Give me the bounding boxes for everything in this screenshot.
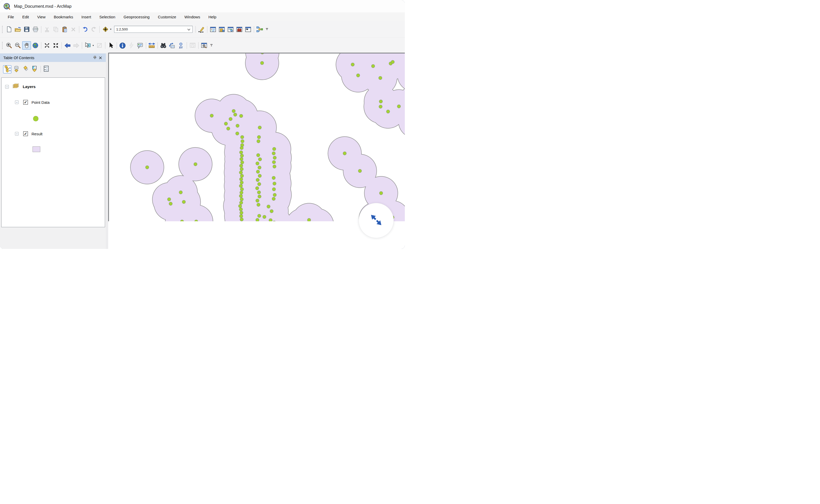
- collapse-icon[interactable]: −: [15, 100, 19, 104]
- paste-button[interactable]: [60, 25, 69, 34]
- full-extent-button[interactable]: [31, 41, 40, 50]
- toolbar-grip[interactable]: [2, 26, 3, 33]
- cursor-black-icon: [108, 42, 114, 49]
- panel-splitter[interactable]: [106, 53, 108, 249]
- menu-item-selection[interactable]: Selection: [95, 13, 120, 20]
- toc-symbol-point[interactable]: [33, 116, 38, 121]
- table-of-contents-window-button[interactable]: [209, 25, 217, 34]
- collapse-icon[interactable]: −: [15, 132, 19, 136]
- layer-visibility-checkbox[interactable]: ✓: [23, 131, 28, 136]
- toolbar-overflow-button[interactable]: ▼: [265, 26, 269, 33]
- find-route-button[interactable]: [168, 41, 177, 50]
- doc-new-icon: [6, 26, 12, 33]
- polygon-symbol-swatch[interactable]: [33, 146, 40, 152]
- toc-options-icon: [43, 65, 50, 73]
- add-data-diamond-icon: [102, 26, 109, 33]
- layer-visibility-checkbox[interactable]: ✓: [23, 100, 28, 105]
- toolbar-overflow-button[interactable]: ▼: [210, 42, 213, 49]
- close-icon[interactable]: [98, 55, 103, 61]
- save-document-button[interactable]: [22, 25, 31, 34]
- toc-root-row[interactable]: − Layers: [5, 83, 36, 91]
- map-view[interactable]: [109, 53, 405, 221]
- select-features-dropdown-caret[interactable]: ▼: [92, 44, 94, 47]
- zoom-in-button[interactable]: [5, 41, 13, 50]
- fixed-zoom-out-button[interactable]: [51, 41, 60, 50]
- menu-item-windows[interactable]: Windows: [180, 13, 204, 20]
- hyperlink-button[interactable]: [127, 41, 136, 50]
- delete-button[interactable]: [69, 25, 78, 34]
- list-by-visibility-button[interactable]: [21, 65, 29, 73]
- collapse-icon[interactable]: −: [5, 85, 9, 89]
- print-button[interactable]: [31, 25, 40, 34]
- menu-item-view[interactable]: View: [33, 13, 50, 20]
- arctoolbox-window-button[interactable]: [235, 25, 244, 34]
- toc-layer-label[interactable]: Result: [31, 132, 43, 136]
- add-data-dropdown-caret[interactable]: ▼: [110, 28, 112, 30]
- binoculars-icon: [160, 42, 167, 49]
- menu-item-customize[interactable]: Customize: [154, 13, 180, 20]
- catalog-window-button[interactable]: [217, 25, 226, 34]
- go-to-xy-button[interactable]: XY: [177, 41, 185, 50]
- html-popup-button[interactable]: [136, 41, 145, 50]
- measure-button[interactable]: [147, 41, 156, 50]
- select-features-button[interactable]: [83, 41, 92, 50]
- table-of-contents-panel: Table Of Contents −: [0, 53, 106, 249]
- toc-layer-row-point-data[interactable]: − ✓ Point Data: [15, 100, 50, 105]
- python-window-button[interactable]: [244, 25, 253, 34]
- viewer-window-button[interactable]: [200, 41, 209, 50]
- tools-toolbar: ▼XY▼: [0, 38, 405, 53]
- menu-item-insert[interactable]: Insert: [77, 13, 95, 20]
- model-builder-button[interactable]: [255, 25, 264, 34]
- cut-button[interactable]: [43, 25, 51, 34]
- menu-item-help[interactable]: Help: [204, 13, 220, 20]
- toolbar-separator: [41, 42, 41, 49]
- list-by-source-button[interactable]: [12, 65, 20, 73]
- toc-layer-label[interactable]: Point Data: [31, 100, 50, 105]
- search-window-button[interactable]: [226, 25, 235, 34]
- new-document-button[interactable]: [5, 25, 13, 34]
- menu-item-bookmarks[interactable]: Bookmarks: [50, 13, 77, 20]
- go-forward-extent-button[interactable]: [72, 41, 81, 50]
- fixed-zoom-in-button[interactable]: [43, 41, 51, 50]
- toolbar-separator: [41, 26, 41, 33]
- delete-x-icon: [70, 27, 76, 32]
- title-bar: Map_Document.mxd - ArcMap: [0, 0, 405, 12]
- menu-item-file[interactable]: File: [4, 13, 18, 20]
- list-by-selection-button[interactable]: [30, 65, 38, 73]
- menu-item-edit[interactable]: Edit: [18, 13, 33, 20]
- redo-button[interactable]: [89, 25, 98, 34]
- go-back-extent-button[interactable]: [63, 41, 72, 50]
- add-data-button[interactable]: [101, 25, 110, 34]
- identify-button[interactable]: [118, 41, 127, 50]
- toolbar-separator: [207, 26, 207, 33]
- toc-root-label[interactable]: Layers: [23, 84, 36, 89]
- select-elements-button[interactable]: [107, 41, 115, 50]
- find-button[interactable]: [159, 41, 168, 50]
- time-slider-button[interactable]: [188, 41, 197, 50]
- toc-options-button[interactable]: [42, 65, 50, 73]
- clear-selected-features-button[interactable]: [95, 41, 104, 50]
- pin-icon[interactable]: [92, 55, 98, 61]
- toolbar-grip[interactable]: [2, 42, 3, 49]
- pan-button[interactable]: [22, 41, 31, 50]
- zoom-out-button[interactable]: [13, 41, 22, 50]
- chevron-down-icon[interactable]: [187, 27, 191, 32]
- toc-layer-row-result[interactable]: − ✓ Result: [15, 131, 43, 136]
- list-by-drawing-order-button[interactable]: [3, 65, 11, 73]
- open-document-button[interactable]: [13, 25, 22, 34]
- editor-toolbar-button[interactable]: [197, 25, 206, 34]
- toolbar-separator: [187, 42, 187, 49]
- menu-item-geoprocessing[interactable]: Geoprocessing: [120, 13, 154, 20]
- undo-button[interactable]: [81, 25, 89, 34]
- undo-arrow-icon: [82, 26, 88, 33]
- scale-value[interactable]: 1:2,500: [116, 27, 128, 31]
- map-scale-combo[interactable]: 1:2,500: [114, 26, 193, 33]
- toolbar-separator: [254, 26, 254, 33]
- clipboard-paste-icon: [61, 26, 68, 33]
- toc-toolbar: [0, 62, 106, 76]
- copy-button[interactable]: [51, 25, 60, 34]
- expand-button[interactable]: [359, 203, 394, 238]
- toc-symbol-polygon[interactable]: [33, 146, 40, 152]
- point-symbol-swatch[interactable]: [33, 116, 38, 121]
- toc-tree: − Layers − ✓ Point Data: [1, 77, 105, 227]
